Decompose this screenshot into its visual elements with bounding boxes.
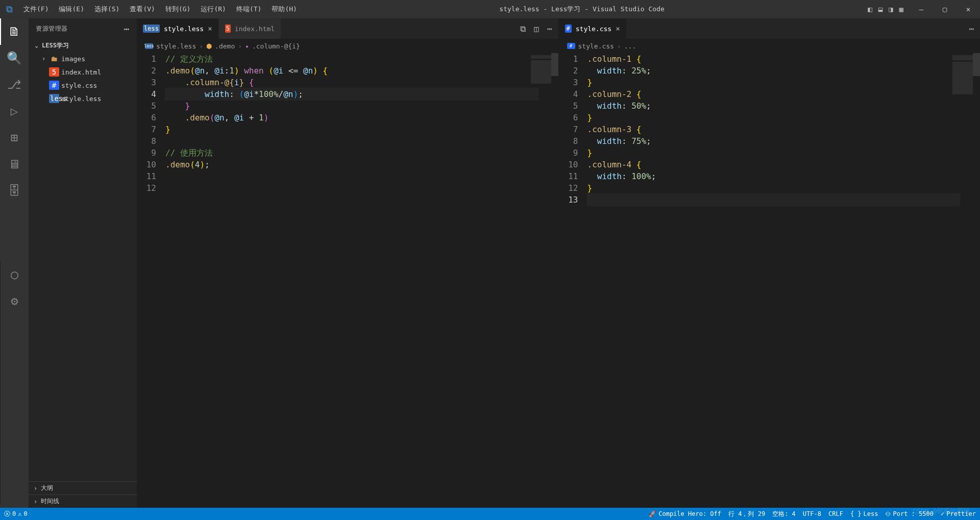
less-file-icon: less [49,94,59,103]
html-file-icon: 5 [49,67,59,77]
sidebar-explorer: 资源管理器 ⋯ ⌄ LESS学习 ›🖿images5index.html#sty… [29,18,137,508]
search-icon[interactable]: 🔍 [0,45,29,71]
editor-tab[interactable]: 5index.html [219,18,282,39]
more-actions-icon[interactable]: ⋯ [969,24,974,34]
status-cursor-position[interactable]: 行 4，列 29 [728,510,765,518]
outline-section[interactable]: ›大纲 [29,481,137,494]
error-count: 0 [12,510,16,517]
accounts-icon[interactable]: ◯ [1,261,29,288]
menu-item[interactable]: 终端(T) [231,0,266,18]
status-live-server[interactable]: ⦵Port : 5500 [885,510,933,517]
menu-item[interactable]: 查看(V) [125,0,160,18]
braces-icon: { } [850,510,862,517]
breadcrumb-1[interactable]: less style.less › ⬢ .demo › ✦ .column-@{… [137,39,558,53]
project-root[interactable]: ⌄ LESS学习 [30,39,137,52]
editor-tab[interactable]: lessstyle.less× [137,18,219,39]
line-gutter: 123456789101112 [137,53,165,508]
sidebar-more-icon[interactable]: ⋯ [124,23,130,34]
tab-bar-2: #style.css× ⋯ [559,18,981,39]
scrollbar-thumb[interactable] [551,53,558,76]
editor-tab[interactable]: #style.css× [559,18,627,39]
close-tab-icon[interactable]: × [616,24,620,33]
status-eol[interactable]: CRLF [828,510,843,517]
menu-item[interactable]: 帮助(H) [266,0,302,18]
status-errors[interactable]: ⓧ0⚠0 [4,510,28,518]
split-editor-icon[interactable]: ◫ [534,24,539,34]
tree-label: style.less [61,95,101,103]
tree-file[interactable]: #style.css [30,79,137,92]
sidebar-title: 资源管理器 [36,24,68,33]
minimap[interactable] [952,55,973,111]
layout-panel-bottom-icon[interactable]: ⬓ [878,5,883,13]
tree-file[interactable]: lessstyle.less [30,92,137,105]
scrollbar-thumb[interactable] [973,53,980,76]
chevron-right-icon: › [199,42,203,50]
less-file-icon: less [143,24,160,33]
extensions-icon[interactable]: ⊞ [0,125,29,151]
chevron-right-icon: › [238,42,242,50]
status-indentation[interactable]: 空格: 4 [772,510,796,518]
folder-icon: 🖿 [49,55,59,63]
timeline-section[interactable]: ›时间线 [29,494,137,508]
code-text[interactable]: // 定义方法.demo(@n, @i:1) when (@i <= @n) {… [165,53,558,508]
menu-item[interactable]: 转到(G) [160,0,195,18]
status-bar: ⓧ0⚠0 🚀Compile Hero: Off 行 4，列 29 空格: 4 U… [0,508,980,520]
maximize-button[interactable]: ▢ [933,0,957,18]
symbol-selector-icon: ✦ [245,42,249,50]
warning-icon: ⚠ [18,510,21,517]
menu-item[interactable]: 运行(R) [195,0,231,18]
layout-controls[interactable]: ◧ ⬓ ◨ ▦ [862,5,910,13]
menu-item[interactable]: 文件(F) [18,0,54,18]
outline-label: 大纲 [41,484,53,492]
editor-group-1: lessstyle.less×5index.html ⧉ ◫ ⋯ less st… [137,18,558,508]
line-gutter: 12345678910111213 [559,53,587,508]
status-prettier[interactable]: ✓Prettier [941,510,976,517]
remote-explorer-icon[interactable]: 🖥 [0,151,29,178]
titlebar: ⧉ 文件(F)编辑(E)选择(S)查看(V)转到(G)运行(R)终端(T)帮助(… [0,0,980,18]
close-tab-icon[interactable]: × [208,24,212,33]
tree-folder[interactable]: ›🖿images [30,52,137,65]
breadcrumb-file: style.less [156,42,196,50]
explorer-icon[interactable]: 🗎 [0,18,29,45]
code-editor-1[interactable]: 123456789101112 // 定义方法.demo(@n, @i:1) w… [137,53,558,508]
timeline-label: 时间线 [41,497,59,506]
minimize-button[interactable]: ― [910,0,933,18]
prettier-label: Prettier [946,510,976,517]
settings-gear-icon[interactable]: ⚙ [1,288,29,314]
compile-hero-label: Compile Hero: Off [658,510,721,517]
menu-bar: 文件(F)编辑(E)选择(S)查看(V)转到(G)运行(R)终端(T)帮助(H) [18,0,302,18]
layout-panel-left-icon[interactable]: ◧ [868,5,872,13]
check-icon: ✓ [941,510,944,517]
status-language[interactable]: { }Less [850,510,878,517]
status-encoding[interactable]: UTF-8 [803,510,821,517]
minimap[interactable] [531,55,551,96]
tab-label: style.less [164,25,204,33]
status-compile-hero[interactable]: 🚀Compile Hero: Off [649,510,721,517]
source-control-icon[interactable]: ⎇ [0,71,29,98]
more-actions-icon[interactable]: ⋯ [547,24,552,34]
menu-item[interactable]: 编辑(E) [54,0,89,18]
close-button[interactable]: ✕ [957,0,980,18]
layout-panel-right-icon[interactable]: ◨ [889,5,893,13]
window-controls: ― ▢ ✕ [910,0,980,18]
menu-item[interactable]: 选择(S) [89,0,125,18]
tree-file[interactable]: 5index.html [30,65,137,79]
tab-actions: ⧉ ◫ ⋯ [514,18,558,39]
database-icon[interactable]: 🗄 [0,178,29,204]
tree-label: images [61,55,85,63]
file-tree: ⌄ LESS学习 ›🖿images5index.html#style.cssle… [29,39,137,105]
compare-changes-icon[interactable]: ⧉ [520,24,526,34]
vscode-logo-icon: ⧉ [0,4,18,15]
window-title: style.less - Less学习 - Visual Studio Code [302,5,862,14]
code-text[interactable]: .column-1 { width: 25%;}.column-2 { widt… [587,53,981,508]
css-file-icon: # [49,81,59,90]
tab-label: style.css [576,25,611,33]
run-debug-icon[interactable]: ▷ [0,98,29,125]
editor-group-2: #style.css× ⋯ # style.css › ... 12345678… [558,18,981,508]
code-editor-2[interactable]: 12345678910111213 .column-1 { width: 25%… [559,53,981,508]
css-file-icon: # [565,24,572,33]
layout-customize-icon[interactable]: ▦ [899,5,903,13]
breadcrumb-2[interactable]: # style.css › ... [559,39,981,53]
chevron-right-icon: › [34,498,41,505]
html-file-icon: 5 [225,24,231,33]
